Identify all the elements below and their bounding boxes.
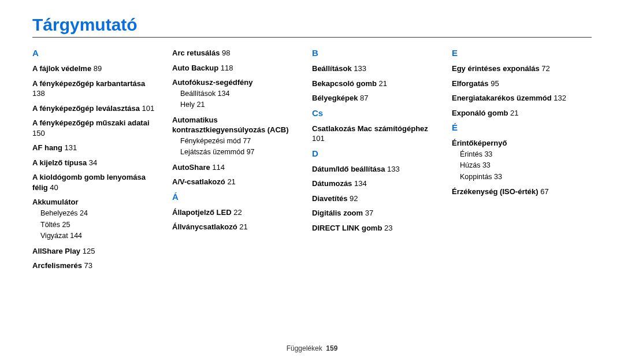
entry-sub: Fényképezési mód 77 [180, 136, 299, 147]
entry-sub: Beállítások 134 [180, 89, 299, 99]
page-footer: Függelékek 159 [0, 344, 624, 352]
entry-page: 73 [82, 261, 92, 270]
index-entry: ÉrintőképernyőÉrintés 33Húzás 33Koppintá… [452, 138, 579, 182]
title-rule [32, 37, 592, 38]
entry-page: 134 [352, 179, 366, 188]
entry-title: Akkumulátor [32, 198, 78, 206]
index-entry: Dátumozás 134 [312, 179, 439, 189]
index-entry: Diavetítés 92 [312, 194, 439, 204]
entry-page: 87 [358, 94, 369, 102]
entry-title: AutoShare [172, 163, 210, 172]
index-letter: E [452, 48, 579, 58]
page-title: Tárgymutató [32, 15, 592, 35]
index-column: AA fájlok védelme 89A fényképezőgép karb… [32, 48, 172, 276]
index-entry: Elforgatás 95 [452, 79, 579, 89]
entry-page: 89 [91, 64, 102, 73]
entry-sub: Húzás 33 [460, 161, 579, 171]
index-entry: Érzékenység (ISO-érték) 67 [452, 187, 579, 197]
entry-title: Bélyegképek [312, 94, 358, 102]
entry-title: Auto Backup [172, 64, 218, 72]
entry-title: AllShare Play [32, 247, 80, 255]
entry-page: 21 [225, 177, 236, 186]
entry-title: Autofókusz-segédfény [172, 78, 252, 87]
entry-title: Egy érintéses exponálás [452, 64, 540, 73]
index-letter: É [452, 122, 579, 132]
entry-page: 92 [347, 194, 358, 203]
entry-sub: Érintés 33 [460, 150, 579, 160]
entry-title: Dátumozás [312, 179, 352, 188]
entry-title: DIRECT LINK gomb [312, 224, 382, 232]
entry-page: 114 [210, 163, 225, 172]
entry-page: 40 [48, 183, 58, 192]
entry-page: 67 [538, 187, 549, 196]
footer-label: Függelékek [287, 344, 322, 352]
entry-title: Bekapcsoló gomb [312, 79, 377, 88]
index-entry: Állapotjelző LED 22 [172, 207, 299, 218]
index-entry: Bekapcsoló gomb 21 [312, 79, 439, 89]
entry-title: A kijelző típusa [32, 158, 87, 167]
entry-title: Diavetítés [312, 194, 347, 203]
entry-page: 21 [508, 109, 519, 117]
entry-page: 133 [385, 165, 399, 173]
entry-title: A fényképezőgép műszaki adatai [32, 118, 150, 127]
index-entry: Automatikus kontrasztkiegyensúlyozás (AC… [172, 115, 299, 158]
index-entry: Beállítások 133 [312, 64, 439, 74]
entry-title: Állapotjelző LED [172, 208, 232, 217]
entry-title: Beállítások [312, 64, 352, 73]
index-entry: Csatlakozás Mac számítógéphez 101 [312, 124, 439, 144]
entry-sub: Hely 21 [180, 100, 299, 110]
index-entry: A fényképezőgép leválasztása 101 [32, 103, 159, 114]
entry-page: 131 [62, 143, 77, 152]
entry-title: Dátum/Idő beállítása [312, 165, 385, 173]
index-columns: AA fájlok védelme 89A fényképezőgép karb… [32, 48, 592, 276]
entry-title: Érzékenység (ISO-érték) [452, 187, 538, 196]
entry-title: A fájlok védelme [32, 64, 91, 73]
entry-page: 98 [220, 49, 230, 57]
index-entry: AkkumulátorBehelyezés 24Töltés 25Vigyáza… [32, 197, 159, 241]
index-letter: Cs [312, 108, 439, 118]
entry-page: 133 [352, 64, 366, 73]
index-entry: Bélyegképek 87 [312, 93, 439, 103]
index-column: Arc retusálás 98Auto Backup 118Autofókus… [172, 48, 312, 276]
entry-title: Digitális zoom [312, 209, 363, 217]
index-letter: Á [172, 192, 299, 202]
index-entry: A kioldógomb gomb lenyomása félig 40 [32, 172, 159, 192]
entry-page: 34 [87, 158, 97, 167]
entry-sub: Töltés 25 [40, 220, 159, 231]
entry-page: 138 [32, 89, 45, 98]
index-letter: A [32, 48, 159, 58]
index-column: EEgy érintéses exponálás 72Elforgatás 95… [452, 48, 592, 276]
entry-title: Automatikus kontrasztkiegyensúlyozás (AC… [172, 116, 289, 135]
entry-sub: Vigyázat 144 [40, 231, 159, 242]
index-entry: DIRECT LINK gomb 23 [312, 223, 439, 233]
entry-page: 101 [312, 134, 325, 143]
index-entry: A/V-csatlakozó 21 [172, 177, 299, 187]
index-entry: A fényképezőgép karbantartása 138 [32, 79, 159, 99]
entry-page: 118 [218, 64, 233, 72]
index-column: BBeállítások 133Bekapcsoló gomb 21Bélyeg… [312, 48, 452, 276]
entry-sub: Koppintás 33 [460, 172, 579, 183]
index-entry: Energiatakarékos üzemmód 132 [452, 93, 579, 103]
entry-title: Érintőképernyő [452, 139, 507, 147]
entry-page: 150 [32, 129, 45, 138]
index-entry: Egy érintéses exponálás 72 [452, 64, 579, 74]
entry-page: 37 [363, 209, 373, 217]
entry-title: Elforgatás [452, 79, 489, 88]
entry-title: Arcfelismerés [32, 261, 82, 270]
index-entry: Arc retusálás 98 [172, 48, 299, 58]
index-letter: D [312, 148, 439, 158]
index-entry: A fényképezőgép műszaki adatai 150 [32, 118, 159, 138]
index-entry: A fájlok védelme 89 [32, 64, 159, 74]
entry-page: 101 [140, 104, 154, 113]
entry-page: 132 [552, 94, 566, 102]
entry-sub: Behelyezés 24 [40, 209, 159, 219]
index-entry: AF hang 131 [32, 143, 159, 153]
index-entry: Autofókusz-segédfényBeállítások 134Hely … [172, 77, 299, 110]
entry-title: Energiatakarékos üzemmód [452, 94, 552, 102]
entry-title: Exponáló gomb [452, 109, 508, 117]
entry-title: Arc retusálás [172, 49, 220, 57]
entry-page: 22 [232, 208, 242, 217]
index-entry: Digitális zoom 37 [312, 208, 439, 218]
entry-title: Csatlakozás Mac számítógéphez [312, 124, 428, 133]
entry-page: 23 [382, 224, 392, 232]
